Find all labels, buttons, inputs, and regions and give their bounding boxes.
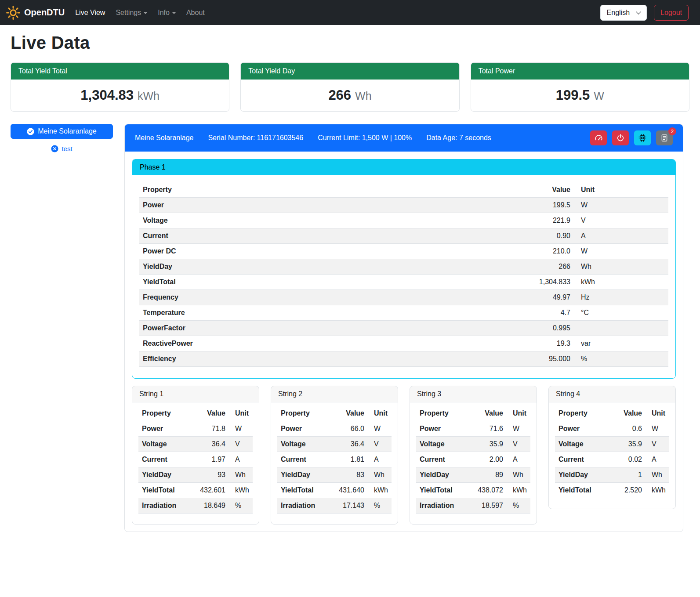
value-cell: 49.97 — [399, 290, 574, 305]
value-cell: 1.97 — [180, 452, 229, 467]
summary-card-total-yield-total: Total Yield Total 1,304.83kWh — [11, 62, 229, 112]
unit-cell: % — [574, 351, 668, 367]
unit-cell: W — [646, 421, 669, 437]
inverter-select-button[interactable]: Meine Solaranlage — [11, 124, 113, 139]
table-row: Voltage221.9V — [139, 213, 668, 228]
summary-card-body: 266Wh — [241, 80, 459, 111]
property-cell: PowerFactor — [139, 321, 399, 336]
table-row: YieldTotal431.640kWh — [277, 483, 392, 498]
logout-button[interactable]: Logout — [654, 5, 689, 21]
string-table-body: Power0.6WVoltage35.9VCurrent0.02AYieldDa… — [555, 421, 669, 498]
table-row: Temperature4.7°C — [139, 305, 668, 321]
string-table: Property Value Unit Power66.0WVoltage36.… — [277, 406, 392, 514]
column-header-unit: Unit — [229, 406, 253, 421]
phase-body: Property Value Unit Power199.5WVoltage22… — [132, 175, 675, 378]
x-circle-icon — [51, 145, 58, 152]
event-count-badge: 2 — [668, 127, 676, 135]
property-cell: YieldDay — [416, 467, 457, 483]
device-info-button[interactable] — [634, 130, 651, 145]
unit-cell: W — [229, 421, 253, 437]
inverter-panel-header: Meine Solaranlage Serial Number: 1161716… — [125, 124, 683, 152]
table-row: YieldDay266Wh — [139, 259, 668, 275]
string-title: String 4 — [549, 386, 675, 402]
nav-item-live-view[interactable]: Live View — [70, 5, 110, 20]
property-cell: YieldTotal — [555, 483, 596, 498]
table-row: Frequency49.97Hz — [139, 290, 668, 305]
summary-row: Total Yield Total 1,304.83kWh Total Yiel… — [11, 62, 689, 112]
inverter-sidebar: Meine Solaranlage test — [11, 124, 113, 152]
nav-links: Live View Settings Info About — [70, 5, 210, 20]
unit-cell: A — [368, 452, 392, 467]
unit-cell: var — [574, 336, 668, 351]
property-cell: Current — [139, 228, 399, 244]
inverter-panel-body: Phase 1 Property Value Unit Power199.5WV… — [125, 152, 683, 532]
table-row: Current2.00A — [416, 452, 530, 467]
nav-item-info[interactable]: Info — [152, 5, 181, 20]
table-header-row: Property Value Unit — [555, 406, 669, 421]
table-header-row: Property Value Unit — [139, 182, 668, 198]
string-table: Property Value Unit Power71.8WVoltage36.… — [138, 406, 253, 514]
table-row: Power71.6W — [416, 421, 530, 437]
table-row: ReactivePower19.3var — [139, 336, 668, 351]
data-age: Data Age: 7 seconds — [426, 134, 491, 142]
inverter-item-test[interactable]: test — [11, 145, 113, 152]
unit-cell: % — [229, 498, 253, 514]
table-row: YieldTotal2.520kWh — [555, 483, 669, 498]
power-settings-button[interactable] — [612, 130, 629, 145]
unit-cell: V — [368, 437, 392, 452]
table-row: Voltage36.4V — [138, 437, 253, 452]
property-cell: Power — [416, 421, 457, 437]
summary-card-body: 1,304.83kWh — [11, 80, 229, 111]
unit-cell: Wh — [574, 259, 668, 275]
table-row: Current0.02A — [555, 452, 669, 467]
nav-item-about[interactable]: About — [181, 5, 210, 20]
chevron-down-icon — [172, 12, 176, 14]
phase-card: Phase 1 Property Value Unit Power199.5WV… — [132, 159, 676, 379]
unit-cell: kWh — [229, 483, 253, 498]
chevron-down-icon — [144, 12, 147, 14]
string-table-body: Power71.6WVoltage35.9VCurrent2.00AYieldD… — [416, 421, 530, 514]
string-card-2: String 2 Property Value Unit — [271, 386, 398, 525]
value-cell: 36.4 — [180, 437, 229, 452]
table-row: Irradiation18.597% — [416, 498, 530, 514]
page-title: Live Data — [11, 33, 689, 53]
table-row: YieldDay93Wh — [138, 467, 253, 483]
table-row: YieldDay89Wh — [416, 467, 530, 483]
language-select[interactable]: English — [600, 5, 647, 21]
table-row: PowerFactor0.995 — [139, 321, 668, 336]
nav-item-label: Settings — [116, 9, 141, 17]
property-cell: Voltage — [277, 437, 319, 452]
unit-cell: °C — [574, 305, 668, 321]
string-title: String 1 — [132, 386, 259, 402]
value-cell: 0.6 — [596, 421, 646, 437]
nav-item-label: Info — [158, 9, 170, 17]
brand-name: OpenDTU — [24, 7, 65, 18]
unit-cell: kWh — [368, 483, 392, 498]
property-cell: YieldDay — [277, 467, 319, 483]
column-header-property: Property — [416, 406, 457, 421]
limit-settings-button[interactable] — [590, 130, 607, 145]
unit-cell: Wh — [507, 467, 530, 483]
table-row: YieldDay1Wh — [555, 467, 669, 483]
table-row: YieldTotal438.072kWh — [416, 483, 530, 498]
value-cell: 432.601 — [180, 483, 229, 498]
value-cell: 438.072 — [457, 483, 507, 498]
event-log-button[interactable]: 2 — [656, 130, 673, 145]
value-cell: 1.81 — [319, 452, 368, 467]
property-cell: Irradiation — [416, 498, 457, 514]
value-cell: 266 — [399, 259, 574, 275]
column-header-property: Property — [277, 406, 319, 421]
summary-card-unit: kWh — [138, 90, 160, 102]
unit-cell: A — [646, 452, 669, 467]
cpu-icon — [638, 134, 646, 142]
string-table-body: Power66.0WVoltage36.4VCurrent1.81AYieldD… — [277, 421, 392, 514]
value-cell: 18.597 — [457, 498, 507, 514]
nav-item-settings[interactable]: Settings — [110, 5, 152, 20]
value-cell: 89 — [457, 467, 507, 483]
brand[interactable]: OpenDTU — [6, 6, 70, 20]
string-card-3: String 3 Property Value Unit — [410, 386, 537, 525]
value-cell: 35.9 — [596, 437, 646, 452]
property-cell: YieldDay — [555, 467, 596, 483]
check-circle-icon — [27, 128, 34, 135]
speedometer-icon — [595, 134, 603, 142]
